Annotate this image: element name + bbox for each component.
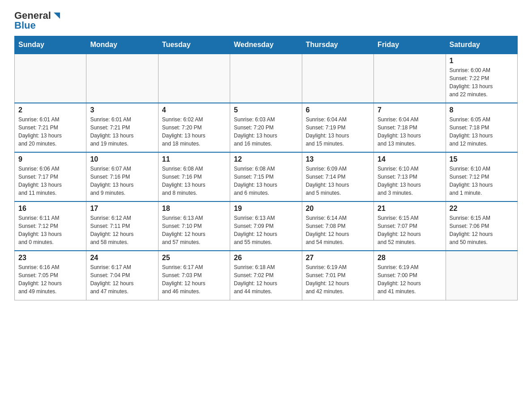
day-number: 26 (234, 254, 298, 262)
day-info: Sunrise: 6:12 AMSunset: 7:11 PMDaylight:… (90, 214, 154, 246)
calendar-cell (374, 54, 446, 103)
col-header-monday: Monday (86, 36, 158, 54)
week-row-3: 9Sunrise: 6:06 AMSunset: 7:17 PMDaylight… (15, 152, 518, 201)
calendar-cell: 14Sunrise: 6:10 AMSunset: 7:13 PMDayligh… (374, 152, 446, 201)
calendar-cell: 27Sunrise: 6:19 AMSunset: 7:01 PMDayligh… (302, 251, 373, 300)
day-info: Sunrise: 6:09 AMSunset: 7:14 PMDaylight:… (306, 165, 370, 197)
day-number: 20 (306, 205, 370, 213)
week-row-1: 1Sunrise: 6:00 AMSunset: 7:22 PMDaylight… (15, 54, 518, 103)
day-number: 3 (90, 106, 154, 114)
day-number: 15 (450, 155, 514, 163)
calendar-cell: 22Sunrise: 6:15 AMSunset: 7:06 PMDayligh… (446, 201, 517, 251)
calendar-cell: 24Sunrise: 6:17 AMSunset: 7:04 PMDayligh… (86, 251, 158, 300)
day-number: 11 (162, 155, 226, 163)
calendar-cell (302, 54, 373, 103)
day-info: Sunrise: 6:15 AMSunset: 7:07 PMDaylight:… (378, 214, 442, 246)
calendar-cell: 1Sunrise: 6:00 AMSunset: 7:22 PMDaylight… (446, 54, 517, 103)
day-number: 1 (450, 57, 514, 65)
day-number: 18 (162, 205, 226, 213)
col-header-thursday: Thursday (302, 36, 373, 54)
logo-arrow-icon (52, 11, 62, 21)
calendar-cell: 17Sunrise: 6:12 AMSunset: 7:11 PMDayligh… (86, 201, 158, 251)
calendar-cell: 26Sunrise: 6:18 AMSunset: 7:02 PMDayligh… (230, 251, 302, 300)
day-info: Sunrise: 6:15 AMSunset: 7:06 PMDaylight:… (450, 214, 514, 246)
calendar-cell: 5Sunrise: 6:03 AMSunset: 7:20 PMDaylight… (230, 103, 302, 152)
day-info: Sunrise: 6:06 AMSunset: 7:17 PMDaylight:… (18, 165, 82, 197)
calendar-cell: 25Sunrise: 6:17 AMSunset: 7:03 PMDayligh… (158, 251, 230, 300)
calendar-cell: 16Sunrise: 6:11 AMSunset: 7:12 PMDayligh… (15, 201, 86, 251)
day-number: 13 (306, 155, 370, 163)
day-number: 22 (450, 205, 514, 213)
day-number: 6 (306, 106, 370, 114)
calendar-cell: 19Sunrise: 6:13 AMSunset: 7:09 PMDayligh… (230, 201, 302, 251)
day-info: Sunrise: 6:17 AMSunset: 7:04 PMDaylight:… (90, 263, 154, 295)
calendar-cell (230, 54, 302, 103)
calendar-cell: 7Sunrise: 6:04 AMSunset: 7:18 PMDaylight… (374, 103, 446, 152)
calendar-cell: 28Sunrise: 6:19 AMSunset: 7:00 PMDayligh… (374, 251, 446, 300)
day-number: 21 (378, 205, 442, 213)
calendar-cell: 6Sunrise: 6:04 AMSunset: 7:19 PMDaylight… (302, 103, 373, 152)
day-number: 25 (162, 254, 226, 262)
day-info: Sunrise: 6:08 AMSunset: 7:15 PMDaylight:… (234, 165, 298, 197)
calendar-cell: 8Sunrise: 6:05 AMSunset: 7:18 PMDaylight… (446, 103, 517, 152)
calendar-cell: 15Sunrise: 6:10 AMSunset: 7:12 PMDayligh… (446, 152, 517, 201)
col-header-saturday: Saturday (446, 36, 517, 54)
col-header-tuesday: Tuesday (158, 36, 230, 54)
calendar-cell: 12Sunrise: 6:08 AMSunset: 7:15 PMDayligh… (230, 152, 302, 201)
day-number: 27 (306, 254, 370, 262)
week-row-2: 2Sunrise: 6:01 AMSunset: 7:21 PMDaylight… (15, 103, 518, 152)
day-info: Sunrise: 6:13 AMSunset: 7:10 PMDaylight:… (162, 214, 226, 246)
day-info: Sunrise: 6:01 AMSunset: 7:21 PMDaylight:… (90, 116, 154, 148)
day-info: Sunrise: 6:17 AMSunset: 7:03 PMDaylight:… (162, 263, 226, 295)
calendar-cell (446, 251, 517, 300)
day-number: 2 (18, 106, 82, 114)
week-row-5: 23Sunrise: 6:16 AMSunset: 7:05 PMDayligh… (15, 251, 518, 300)
svg-marker-0 (54, 13, 60, 19)
day-number: 14 (378, 155, 442, 163)
col-header-friday: Friday (374, 36, 446, 54)
calendar-cell: 18Sunrise: 6:13 AMSunset: 7:10 PMDayligh… (158, 201, 230, 251)
day-info: Sunrise: 6:14 AMSunset: 7:08 PMDaylight:… (306, 214, 370, 246)
col-header-sunday: Sunday (15, 36, 86, 54)
day-info: Sunrise: 6:11 AMSunset: 7:12 PMDaylight:… (18, 214, 82, 246)
day-info: Sunrise: 6:01 AMSunset: 7:21 PMDaylight:… (18, 116, 82, 148)
day-number: 17 (90, 205, 154, 213)
day-number: 28 (378, 254, 442, 262)
calendar-cell: 10Sunrise: 6:07 AMSunset: 7:16 PMDayligh… (86, 152, 158, 201)
logo-blue-text: Blue (14, 20, 36, 31)
calendar-cell (86, 54, 158, 103)
day-number: 7 (378, 106, 442, 114)
logo-general-text: General (14, 11, 51, 21)
day-info: Sunrise: 6:18 AMSunset: 7:02 PMDaylight:… (234, 263, 298, 295)
day-number: 4 (162, 106, 226, 114)
day-number: 12 (234, 155, 298, 163)
calendar-cell: 13Sunrise: 6:09 AMSunset: 7:14 PMDayligh… (302, 152, 373, 201)
calendar-cell: 3Sunrise: 6:01 AMSunset: 7:21 PMDaylight… (86, 103, 158, 152)
day-number: 10 (90, 155, 154, 163)
day-info: Sunrise: 6:05 AMSunset: 7:18 PMDaylight:… (450, 116, 514, 148)
calendar-header-row: SundayMondayTuesdayWednesdayThursdayFrid… (15, 36, 518, 54)
calendar-cell: 2Sunrise: 6:01 AMSunset: 7:21 PMDaylight… (15, 103, 86, 152)
calendar-table: SundayMondayTuesdayWednesdayThursdayFrid… (14, 36, 518, 300)
day-info: Sunrise: 6:10 AMSunset: 7:13 PMDaylight:… (378, 165, 442, 197)
day-info: Sunrise: 6:16 AMSunset: 7:05 PMDaylight:… (18, 263, 82, 295)
calendar-cell (158, 54, 230, 103)
day-number: 9 (18, 155, 82, 163)
day-info: Sunrise: 6:13 AMSunset: 7:09 PMDaylight:… (234, 214, 298, 246)
day-number: 19 (234, 205, 298, 213)
day-info: Sunrise: 6:08 AMSunset: 7:16 PMDaylight:… (162, 165, 226, 197)
week-row-4: 16Sunrise: 6:11 AMSunset: 7:12 PMDayligh… (15, 201, 518, 251)
day-number: 5 (234, 106, 298, 114)
calendar-cell: 11Sunrise: 6:08 AMSunset: 7:16 PMDayligh… (158, 152, 230, 201)
day-number: 16 (18, 205, 82, 213)
day-info: Sunrise: 6:19 AMSunset: 7:01 PMDaylight:… (306, 263, 370, 295)
day-info: Sunrise: 6:00 AMSunset: 7:22 PMDaylight:… (450, 66, 514, 98)
day-info: Sunrise: 6:04 AMSunset: 7:18 PMDaylight:… (378, 116, 442, 148)
calendar-cell: 21Sunrise: 6:15 AMSunset: 7:07 PMDayligh… (374, 201, 446, 251)
calendar-cell: 20Sunrise: 6:14 AMSunset: 7:08 PMDayligh… (302, 201, 373, 251)
day-info: Sunrise: 6:19 AMSunset: 7:00 PMDaylight:… (378, 263, 442, 295)
day-number: 8 (450, 106, 514, 114)
day-info: Sunrise: 6:02 AMSunset: 7:20 PMDaylight:… (162, 116, 226, 148)
day-number: 23 (18, 254, 82, 262)
logo: General Blue (14, 11, 62, 31)
